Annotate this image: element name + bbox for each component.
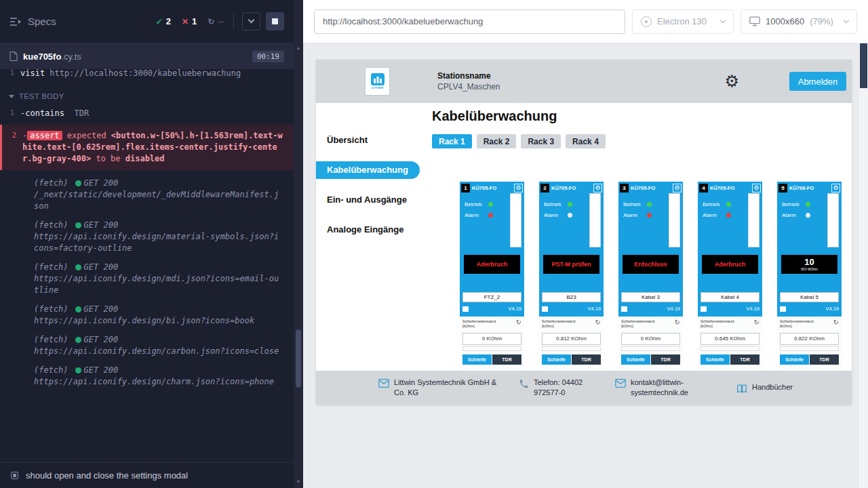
refresh-icon[interactable]: ↻ bbox=[516, 319, 521, 326]
slot-number: 5 bbox=[778, 184, 787, 192]
tab-rack-3[interactable]: Rack 3 bbox=[521, 134, 561, 148]
spec-file-row[interactable]: kue705fo.cy.ts 00:19 bbox=[0, 43, 294, 69]
card-gear-icon[interactable]: ⚙ bbox=[514, 184, 523, 192]
status-ok-icon bbox=[75, 306, 81, 312]
viewport-select[interactable]: 1000x660 (79%) bbox=[741, 9, 857, 34]
station-info: Stationsname CPLV4_Maschen bbox=[437, 71, 500, 92]
tdr-button[interactable]: TDR bbox=[651, 354, 680, 365]
schleife-button[interactable]: Schleife bbox=[701, 354, 730, 365]
card-scroll-strip[interactable] bbox=[748, 193, 760, 247]
card-gear-icon[interactable]: ⚙ bbox=[752, 184, 761, 192]
status-display: PST-M prüfen bbox=[543, 255, 599, 274]
card-gear-icon[interactable]: ⚙ bbox=[673, 184, 682, 192]
browser-url-bar: Electron 130 1000x660 (79%) bbox=[303, 0, 868, 43]
refresh-icon[interactable]: ↻ bbox=[833, 319, 839, 326]
alarm-led bbox=[726, 213, 731, 218]
station-value: CPLV4_Maschen bbox=[437, 82, 500, 92]
slot-number: 2 bbox=[540, 184, 549, 192]
tab-rack-2[interactable]: Rack 2 bbox=[477, 134, 517, 148]
footer-manuals-link[interactable]: Handbücher bbox=[736, 382, 793, 394]
schleife-button[interactable]: Schleife bbox=[542, 354, 571, 365]
fetch-log-row[interactable]: (fetch)GET 200https://api.iconify.design… bbox=[0, 327, 294, 357]
fetch-log-row[interactable]: (fetch)GET 200https://api.iconify.design… bbox=[0, 254, 294, 296]
stat-failed: ✕1 bbox=[182, 16, 197, 26]
sidebar-item-uebersicht[interactable]: Übersicht bbox=[316, 131, 421, 149]
card-scroll-strip[interactable] bbox=[589, 193, 601, 247]
status-display: Aderbruch bbox=[464, 255, 520, 274]
scrollbar-thumb[interactable] bbox=[860, 43, 867, 88]
check-icon: ✓ bbox=[156, 17, 163, 26]
command-contains[interactable]: 1 -contains TDR bbox=[0, 106, 294, 121]
secondary-field bbox=[462, 346, 521, 351]
device-cards: 1KÜ705-FO⚙ Betrieb Alarm Aderbruch FTZ_2… bbox=[432, 182, 852, 371]
card-gear-icon[interactable]: ⚙ bbox=[831, 184, 840, 192]
x-icon: ✕ bbox=[182, 17, 189, 26]
scrollbar-thumb[interactable] bbox=[296, 329, 301, 388]
building-icon bbox=[371, 73, 384, 85]
reporter-scrollbar[interactable]: ▲ ▼ bbox=[294, 0, 303, 488]
status-display: 10ISO MOhm bbox=[781, 255, 837, 274]
command-log: 1 visit http://localhost:3000/kabelueber… bbox=[0, 69, 294, 462]
command-visit[interactable]: 1 visit http://localhost:3000/kabelueber… bbox=[0, 69, 294, 81]
device-model: KÜ705-FO bbox=[710, 185, 750, 191]
device-card: 4KÜ705-FO⚙ Betrieb Alarm Aderbruch Kabel… bbox=[698, 182, 762, 371]
littwin-logo: LITTWIN bbox=[366, 68, 389, 95]
cable-name: Kabel 5 bbox=[780, 292, 839, 302]
stop-button[interactable] bbox=[266, 12, 284, 30]
tab-rack-1[interactable]: Rack 1 bbox=[432, 134, 472, 148]
betrieb-led bbox=[647, 202, 652, 207]
refresh-icon[interactable]: ↻ bbox=[595, 319, 601, 326]
refresh-icon[interactable]: ↻ bbox=[754, 319, 760, 326]
card-scroll-strip[interactable] bbox=[669, 193, 680, 247]
tab-rack-4[interactable]: Rack 4 bbox=[566, 134, 606, 148]
divider bbox=[233, 14, 234, 30]
cable-name: Kabel 3 bbox=[621, 292, 680, 302]
slot-number: 4 bbox=[699, 184, 708, 192]
tdr-button[interactable]: TDR bbox=[730, 354, 760, 365]
fetch-log-row[interactable]: (fetch)GET 200https://api.iconify.design… bbox=[0, 296, 294, 327]
specs-link[interactable]: Specs bbox=[9, 16, 56, 27]
specs-label: Specs bbox=[28, 16, 56, 27]
url-input[interactable] bbox=[314, 9, 625, 34]
scroll-up-icon[interactable]: ▲ bbox=[294, 45, 303, 52]
scroll-down-icon[interactable]: ▼ bbox=[294, 479, 303, 485]
test-square-icon bbox=[11, 472, 18, 479]
iso-value: 10 bbox=[804, 258, 814, 267]
sidebar-item-analoge-eingaenge[interactable]: Analoge Eingänge bbox=[316, 221, 421, 239]
command-assert-failed[interactable]: 2 -assert expected <button.w-[50%].h-[1.… bbox=[0, 125, 294, 170]
fetch-log-row[interactable]: (fetch)GET 200https://api.iconify.design… bbox=[0, 357, 294, 388]
logout-button[interactable]: Abmelden bbox=[789, 72, 846, 91]
assert-badge: assert bbox=[27, 131, 62, 140]
tdr-button[interactable]: TDR bbox=[572, 354, 601, 365]
sidebar-item-kabelueberwachung[interactable]: Kabelüberwachung bbox=[316, 161, 420, 179]
settings-gear-icon[interactable]: ⚙ bbox=[724, 73, 739, 89]
browser-select[interactable]: Electron 130 bbox=[632, 9, 734, 34]
next-test-row[interactable]: should open and close the settings modal bbox=[0, 462, 294, 488]
app-header: LITTWIN Stationsname CPLV4_Maschen ⚙ Abm… bbox=[316, 60, 852, 103]
refresh-icon[interactable]: ↻ bbox=[675, 319, 680, 326]
collapse-button[interactable] bbox=[242, 12, 260, 30]
device-model: KÜ705-FO bbox=[472, 185, 512, 191]
test-body-section[interactable]: TEST BODY bbox=[0, 81, 294, 106]
footer-phone: Telefon: 04402 972577-0 bbox=[519, 378, 604, 398]
card-scroll-strip[interactable] bbox=[510, 193, 521, 247]
alarm-led bbox=[647, 213, 652, 218]
schleife-button[interactable]: Schleife bbox=[462, 354, 492, 365]
device-model: KÜ705-FO bbox=[551, 185, 591, 191]
schleife-button[interactable]: Schleife bbox=[780, 354, 809, 365]
stat-pending: ↻-- bbox=[208, 16, 224, 26]
schleife-button[interactable]: Schleife bbox=[621, 354, 650, 365]
sidebar-item-ein-und-ausgaenge[interactable]: Ein- und Ausgänge bbox=[316, 191, 421, 209]
book-icon bbox=[736, 384, 747, 394]
card-gear-icon[interactable]: ⚙ bbox=[593, 184, 602, 192]
card-scroll-strip[interactable] bbox=[827, 193, 839, 247]
tdr-button[interactable]: TDR bbox=[492, 354, 521, 365]
tdr-button[interactable]: TDR bbox=[810, 354, 839, 365]
firmware-version: V4.19 bbox=[825, 306, 839, 312]
spec-duration: 00:19 bbox=[252, 51, 284, 62]
fetch-log-row[interactable]: (fetch)GET 200/_next/static/development/… bbox=[0, 170, 294, 212]
fetch-log-row[interactable]: (fetch)GET 200https://api.iconify.design… bbox=[0, 212, 294, 254]
status-display: Erdschluss bbox=[623, 255, 679, 274]
mail-icon bbox=[615, 379, 626, 388]
page-scrollbar[interactable] bbox=[858, 43, 868, 488]
